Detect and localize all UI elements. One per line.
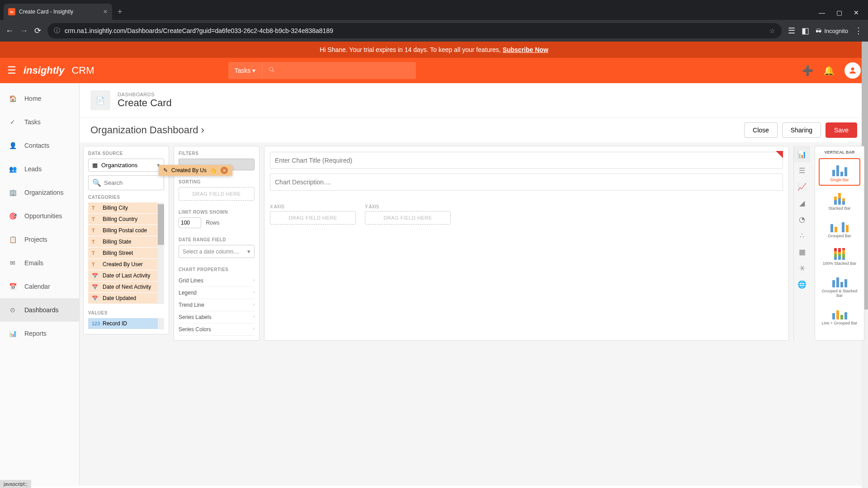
- area-chart-tab[interactable]: ◢: [794, 195, 810, 211]
- side-panel-icon[interactable]: ◧: [802, 26, 809, 36]
- field-item[interactable]: 123Record ID: [88, 318, 158, 329]
- back-button[interactable]: ←: [5, 26, 14, 36]
- data-source-select[interactable]: ▦ Organizations ▾: [88, 159, 164, 172]
- remove-chip-icon[interactable]: ✕: [221, 167, 228, 174]
- line-chart-tab[interactable]: 📈: [794, 178, 810, 195]
- reading-list-icon[interactable]: ☰: [788, 26, 795, 36]
- chart-type-grouped-bar[interactable]: Grouped Bar: [819, 215, 860, 241]
- dashboard-bar: Organization Dashboard › Close Sharing S…: [80, 117, 868, 142]
- limit-input[interactable]: [179, 217, 201, 228]
- field-item[interactable]: TCreated By User: [88, 259, 158, 270]
- date-range-select[interactable]: Select a date column.... ▾: [179, 245, 255, 258]
- projects-icon: 📋: [7, 234, 18, 245]
- save-button[interactable]: Save: [826, 122, 857, 138]
- field-item[interactable]: TBilling Country: [88, 214, 158, 225]
- scatter-chart-tab[interactable]: ∴: [794, 227, 810, 244]
- reload-button[interactable]: ⟳: [34, 26, 41, 36]
- field-item[interactable]: TBilling City: [88, 202, 158, 214]
- chart-type-grouped-stacked-bar[interactable]: Grouped & Stacked Bar: [819, 270, 860, 300]
- field-item[interactable]: 📅Date Updated: [88, 293, 158, 304]
- subscribe-link[interactable]: Subscribe Now: [503, 46, 548, 53]
- incognito-icon: 🕶: [816, 28, 821, 34]
- add-icon[interactable]: ➕: [802, 65, 813, 76]
- bookmark-icon[interactable]: ☆: [769, 27, 775, 34]
- svg-point-0: [269, 67, 273, 71]
- chart-type-single-bar[interactable]: Single Bar: [819, 158, 860, 186]
- bar-chart-tab[interactable]: 📊: [794, 146, 810, 162]
- sharing-button[interactable]: Sharing: [782, 122, 821, 138]
- chart-type-line-grouped-bar[interactable]: Line + Grouped Bar: [819, 302, 860, 328]
- edit-icon: ✎: [163, 167, 168, 174]
- browser-tab[interactable]: in Create Card - Insightly ✕: [4, 4, 112, 20]
- browser-toolbar: ← → ⟳ ⓘ crm.na1.insightly.com/Dashboards…: [0, 20, 868, 42]
- sidebar-item-organizations[interactable]: 🏢Organizations: [0, 181, 79, 204]
- chart-type-picker: VERTICAL BAR Single Bar Stacked Bar Grou…: [815, 146, 864, 341]
- filters-label: FILTERS: [179, 151, 255, 156]
- prop-trend-line[interactable]: Trend Line›: [179, 299, 255, 311]
- sidebar-item-leads[interactable]: 👥Leads: [0, 157, 79, 181]
- sidebar-nav: 🏠Home ✓Tasks 👤Contacts 👥Leads 🏢Organizat…: [0, 83, 80, 486]
- field-item[interactable]: TBilling Postal code: [88, 225, 158, 236]
- search-input[interactable]: [262, 62, 416, 79]
- pie-chart-tab[interactable]: ◔: [794, 211, 810, 227]
- y-axis-dropzone[interactable]: DRAG FIELD HERE: [365, 211, 451, 225]
- chart-type-100-stacked-bar[interactable]: 100% Stacked Bar: [819, 243, 860, 268]
- url-bar[interactable]: ⓘ crm.na1.insightly.com/Dashboards/Creat…: [47, 23, 782, 38]
- close-button[interactable]: Close: [744, 122, 778, 138]
- sidebar-item-contacts[interactable]: 👤Contacts: [0, 134, 79, 157]
- field-item[interactable]: 📅Date of Last Activity: [88, 270, 158, 282]
- sidebar-item-calendar[interactable]: 📅Calendar: [0, 275, 79, 298]
- calendar-icon: 📅: [7, 281, 18, 292]
- dragging-field-chip[interactable]: ✎ Created By Us 👆 ✕: [159, 165, 232, 176]
- x-axis-label: X AXIS: [270, 204, 356, 209]
- close-tab-icon[interactable]: ✕: [103, 9, 108, 15]
- notifications-icon[interactable]: 🔔: [823, 65, 835, 76]
- logo[interactable]: insightly: [24, 65, 64, 76]
- sidebar-item-opportunities[interactable]: 🎯Opportunities: [0, 204, 79, 228]
- tab-title: Create Card - Insightly: [19, 9, 73, 15]
- field-item[interactable]: 📅Date of Next Activity: [88, 282, 158, 293]
- field-item[interactable]: TBilling Street: [88, 248, 158, 259]
- minimize-icon[interactable]: —: [817, 9, 826, 16]
- table-chart-tab[interactable]: ▦: [794, 244, 810, 260]
- sidebar-item-emails[interactable]: ✉Emails: [0, 251, 79, 275]
- prop-grid-lines[interactable]: Grid Lines›: [179, 275, 255, 287]
- sidebar-item-reports[interactable]: 📊Reports: [0, 322, 79, 345]
- maximize-icon[interactable]: ▢: [835, 9, 844, 16]
- forward-button[interactable]: →: [20, 26, 28, 36]
- prop-series-colors[interactable]: Series Colors›: [179, 324, 255, 336]
- chart-description-input[interactable]: [270, 174, 783, 191]
- prop-legend[interactable]: Legend›: [179, 287, 255, 299]
- dashboard-name[interactable]: Organization Dashboard ›: [90, 124, 204, 136]
- sorting-dropzone[interactable]: DRAG FIELD HERE: [179, 187, 255, 201]
- dashboards-icon: ⊙: [7, 305, 18, 315]
- field-search[interactable]: 🔍: [88, 175, 164, 190]
- chart-title-input[interactable]: [270, 152, 783, 169]
- sidebar-item-home[interactable]: 🏠Home: [0, 87, 79, 110]
- sidebar-item-projects[interactable]: 📋Projects: [0, 228, 79, 251]
- chart-type-stacked-bar[interactable]: Stacked Bar: [819, 188, 860, 213]
- browser-menu-icon[interactable]: ⋮: [854, 26, 863, 36]
- chart-canvas-panel: X AXIS DRAG FIELD HERE Y AXIS DRAG FIELD…: [264, 146, 789, 341]
- site-info-icon[interactable]: ⓘ: [54, 27, 60, 35]
- values-scrollbar[interactable]: [158, 318, 164, 329]
- avatar[interactable]: [844, 62, 861, 79]
- window-controls: — ▢ ✕: [817, 9, 868, 20]
- prop-series-labels[interactable]: Series Labels›: [179, 311, 255, 324]
- field-search-input[interactable]: [104, 179, 160, 186]
- incognito-badge: 🕶 Incognito: [816, 28, 848, 34]
- field-item[interactable]: TBilling State: [88, 236, 158, 248]
- horizontal-bar-tab[interactable]: ☰: [794, 162, 810, 178]
- sidebar-item-tasks[interactable]: ✓Tasks: [0, 110, 79, 134]
- hamburger-icon[interactable]: ☰: [7, 65, 16, 76]
- sidebar-item-dashboards[interactable]: ⊙Dashboards: [0, 298, 79, 322]
- search-category-dropdown[interactable]: Tasks ▾: [228, 62, 263, 79]
- x-axis-dropzone[interactable]: DRAG FIELD HERE: [270, 211, 356, 225]
- contacts-icon: 👤: [7, 140, 18, 151]
- categories-scrollbar[interactable]: [158, 202, 164, 304]
- funnel-chart-tab[interactable]: ⚹: [794, 260, 810, 276]
- gauge-chart-tab[interactable]: 🌐: [794, 276, 810, 292]
- new-tab-button[interactable]: +: [112, 4, 128, 20]
- close-window-icon[interactable]: ✕: [852, 9, 861, 16]
- chart-type-tabs: 📊 ☰ 📈 ◢ ◔ ∴ ▦ ⚹ 🌐: [793, 146, 810, 341]
